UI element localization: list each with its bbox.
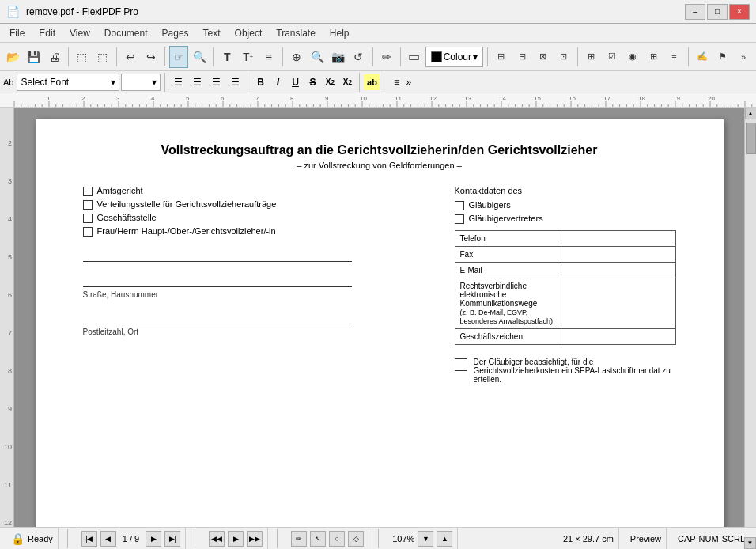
menu-text[interactable]: Text [197,26,227,40]
play-button[interactable]: ▶ [228,531,244,547]
checkbox-glaubigervertreters-box[interactable] [455,214,464,224]
menu-translate[interactable]: Translate [270,26,322,40]
field-tool[interactable]: ⊞ [582,46,601,68]
pencil-tool-status[interactable]: ✏ [291,531,307,547]
image-tool[interactable]: 📷 [328,46,347,68]
table-row-kommunikation: Rechtsverbindliche elektronische Kommuni… [455,278,675,329]
pen-tool[interactable]: ✏ [376,46,395,68]
last-page-button[interactable]: ▶| [164,531,180,547]
checkbox-glaubigers-box[interactable] [455,201,464,210]
address-city[interactable] [83,309,352,324]
sepa-checkbox[interactable] [455,358,467,371]
underline-button[interactable]: U [287,74,303,90]
play-forward-button[interactable]: ▶▶ [247,531,263,547]
app-title: remove.pdf - FlexiPDF Pro [26,6,138,17]
import-tool[interactable]: ⊡ [554,46,573,68]
combo-tool[interactable]: ⊞ [644,46,663,68]
paste-button[interactable]: ⬚ [93,46,112,68]
checkbox-verteilungsstelle-box[interactable] [83,200,93,210]
undo-button[interactable]: ↩ [121,46,140,68]
open-button[interactable]: 📂 [3,46,22,68]
address-line-1[interactable] [83,246,352,262]
italic-button[interactable]: I [270,74,285,90]
address-street[interactable] [83,271,352,287]
link-tool[interactable]: ⊞ [492,46,511,68]
kommunikation-value[interactable] [561,278,675,329]
menu-view[interactable]: View [63,26,96,40]
strikethrough-button[interactable]: S [304,74,320,90]
checkbox-frau-herrn-box[interactable] [83,227,93,237]
email-value[interactable] [561,263,675,278]
status-sep-1 [67,529,68,548]
align-justify-button[interactable]: ☰ [226,74,244,91]
geschaeftszeichen-value[interactable] [561,329,675,345]
font-select[interactable]: Select Font ▾ [17,74,119,91]
save-button[interactable]: 💾 [24,46,43,68]
fax-value[interactable] [561,247,675,263]
bold-button[interactable]: B [252,74,268,90]
font-dropdown-icon[interactable]: ▾ [111,77,115,88]
minimize-button[interactable]: – [685,4,705,20]
text-format-tool[interactable]: ≡ [259,46,278,68]
scroll-up-button[interactable]: ▲ [745,108,757,119]
rotate-tool[interactable]: ↺ [349,46,368,68]
search-tool[interactable]: 🔍 [308,46,327,68]
colour-dropdown-icon[interactable]: ▾ [473,51,478,62]
menu-pages[interactable]: Pages [156,26,195,40]
document-area[interactable]: Vollstreckungsauftrag an die Gerichtsvol… [14,108,744,527]
maximize-button[interactable]: □ [707,4,728,20]
menu-file[interactable]: File [3,26,31,40]
sign-tool[interactable]: ✍ [692,46,711,68]
hand-tool[interactable]: ☞ [169,46,188,68]
zoom-down-button[interactable]: ▼ [418,531,433,547]
menu-help[interactable]: Help [323,26,356,40]
scroll-down-button[interactable]: ▼ [744,537,756,549]
redo-button[interactable]: ↪ [142,46,161,68]
more-button[interactable]: » [734,46,753,68]
rect-tool[interactable]: ▭ [404,46,423,68]
align-left-button[interactable]: ☰ [169,74,187,91]
radio-tool[interactable]: ◉ [623,46,642,68]
checkbox-amtsgericht-box[interactable] [83,187,93,196]
more-format-icon[interactable]: » [406,77,411,88]
superscript-button[interactable]: X2 [322,74,338,90]
list-tool[interactable]: ≡ [664,46,683,68]
export-tool[interactable]: ⊠ [533,46,552,68]
more-format-button[interactable]: ≡ [388,74,404,90]
align-center-button[interactable]: ☰ [188,74,206,91]
highlight-button[interactable]: ab [364,74,380,90]
circle-tool-status[interactable]: ○ [329,531,345,547]
print-button[interactable]: 🖨 [44,46,63,68]
font-size-dropdown-icon[interactable]: ▾ [152,77,157,88]
checkbox-geschaeftsstelle-box[interactable] [83,214,93,223]
margin-num-8: 8 [0,367,12,375]
cursor-tool-status[interactable]: ↖ [310,531,326,547]
bookmark-tool[interactable]: ⊟ [512,46,531,68]
subscript-button[interactable]: X2 [339,74,355,90]
select-tool[interactable]: 🔍 [190,46,209,68]
menu-document[interactable]: Document [98,26,154,40]
first-page-button[interactable]: |◀ [81,531,97,547]
zoom-up-button[interactable]: ▲ [437,531,452,547]
zoom-tool[interactable]: ⊕ [287,46,306,68]
menu-object[interactable]: Object [229,26,269,40]
text-add-tool[interactable]: T+ [238,46,257,68]
annot-tool[interactable]: ⚑ [713,46,732,68]
copy-button[interactable]: ⬚ [72,46,91,68]
zoom-section: 107% ▼ ▲ [387,528,458,549]
next-page-button[interactable]: ▶ [146,531,161,547]
status-sep-2 [195,529,195,548]
prev-page-button[interactable]: ◀ [100,531,116,547]
diamond-tool-status[interactable]: ◇ [348,531,364,547]
check-tool[interactable]: ☑ [603,46,622,68]
scroll-thumb[interactable] [746,123,756,154]
telefon-value[interactable] [561,231,675,247]
text-tool[interactable]: T [217,46,236,68]
align-right-button[interactable]: ☰ [207,74,225,91]
play-back-button[interactable]: ◀◀ [209,531,225,547]
close-button[interactable]: × [729,4,750,20]
font-size-select[interactable]: ▾ [121,74,161,91]
checkbox-amtsgericht-label: Amtsgericht [97,186,143,195]
colour-button[interactable]: Colour ▾ [425,47,483,67]
menu-edit[interactable]: Edit [32,26,62,40]
